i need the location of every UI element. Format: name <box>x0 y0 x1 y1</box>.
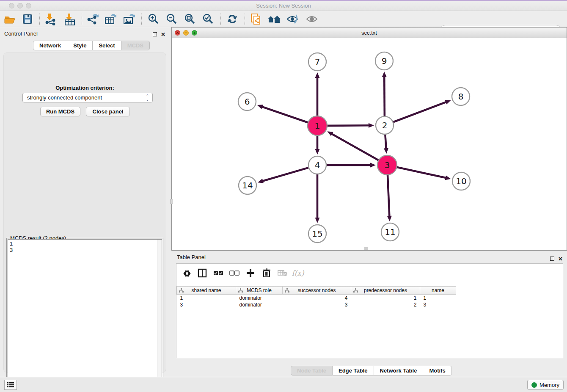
tab-select[interactable]: Select <box>93 41 121 50</box>
cell-mcds-role[interactable]: dominator <box>236 301 283 308</box>
edge-arrowhead <box>315 72 320 78</box>
tab-style[interactable]: Style <box>67 41 93 50</box>
apply-layout-icon[interactable] <box>225 13 239 25</box>
result-scrollbar[interactable] <box>157 240 162 392</box>
column-type-icon <box>238 288 243 294</box>
table-row[interactable]: 3 dominator 3 2 3 <box>177 301 456 308</box>
edge-arrowhead <box>387 216 392 221</box>
table-header-row: shared name MCDS role successor nodes pr… <box>177 287 456 295</box>
close-panel-button[interactable]: Close panel <box>86 107 130 116</box>
column-header-shared-name[interactable]: shared name <box>177 287 236 295</box>
show-all-icon[interactable] <box>305 13 319 25</box>
edge-1-2[interactable] <box>328 125 369 126</box>
edge-2-8[interactable] <box>394 102 447 122</box>
zoom-out-icon[interactable] <box>165 13 179 25</box>
float-panel-icon[interactable] <box>153 30 157 38</box>
close-panel-icon[interactable]: ✕ <box>161 30 165 38</box>
hide-selected-icon[interactable] <box>285 13 300 25</box>
edge-1-6[interactable] <box>261 107 308 123</box>
delete-table-icon <box>277 268 288 279</box>
column-header-mcds-role[interactable]: MCDS role <box>236 287 283 295</box>
import-network-icon[interactable] <box>43 13 58 25</box>
table-settings-icon[interactable] <box>182 268 193 279</box>
edge-3-1[interactable] <box>331 134 378 160</box>
memory-label: Memory <box>539 382 559 388</box>
edge-arrowhead <box>384 148 388 154</box>
add-column-icon[interactable] <box>245 268 256 279</box>
cell-predecessor-nodes[interactable]: 2 <box>351 301 420 308</box>
delete-column-icon[interactable] <box>261 268 272 279</box>
import-table-icon[interactable] <box>63 13 77 25</box>
column-header-predecessor-nodes[interactable]: predecessor nodes <box>351 287 420 295</box>
graph-node-label: 9 <box>382 56 387 66</box>
column-header-name[interactable]: name <box>420 287 456 295</box>
cell-predecessor-nodes[interactable]: 1 <box>351 295 420 301</box>
optimization-criterion-value: strongly connected component <box>27 94 102 101</box>
close-table-panel-icon[interactable]: ✕ <box>558 255 563 262</box>
main-toolbar <box>0 11 567 27</box>
select-all-rows-icon[interactable] <box>213 268 224 279</box>
graph-node-label: 3 <box>385 160 390 170</box>
export-image-icon[interactable] <box>122 13 136 25</box>
toolbar-separator <box>245 14 245 25</box>
tab-motifs[interactable]: Motifs <box>423 366 451 375</box>
toolbar-separator <box>39 14 40 25</box>
task-history-button[interactable] <box>4 380 17 390</box>
graph-node-label: 15 <box>312 229 322 239</box>
column-type-icon <box>353 288 358 294</box>
network-window-title: scc.txt <box>172 30 567 36</box>
status-bar: Memory <box>0 377 567 392</box>
edge-2-9[interactable] <box>384 76 385 116</box>
tab-node-table[interactable]: Node Table <box>291 366 333 375</box>
tab-network[interactable]: Network <box>33 41 67 50</box>
optimization-criterion-label: Optimization criterion: <box>4 85 166 91</box>
export-network-icon[interactable] <box>85 13 100 25</box>
zoom-in-icon[interactable] <box>146 13 161 25</box>
table-panel-title: Table Panel <box>177 254 206 260</box>
open-file-icon[interactable] <box>3 13 17 25</box>
cell-name[interactable]: 3 <box>420 301 456 308</box>
run-mcds-button[interactable]: Run MCDS <box>40 107 80 116</box>
cell-mcds-role[interactable]: dominator <box>236 295 283 301</box>
save-session-icon[interactable] <box>20 13 35 25</box>
copy-network-icon[interactable] <box>249 13 263 25</box>
tab-mcds[interactable]: MCDS <box>121 41 150 50</box>
first-neighbors-icon[interactable] <box>267 13 281 25</box>
table-panel-tabs: Node TableEdge TableNetwork TableMotifs <box>291 366 452 375</box>
cell-shared-name[interactable]: 3 <box>177 301 236 308</box>
memory-button[interactable]: Memory <box>527 380 564 390</box>
column-header-successor-nodes[interactable]: successor nodes <box>283 287 351 295</box>
deselect-all-rows-icon[interactable] <box>229 268 240 279</box>
edge-3-11[interactable] <box>388 175 389 217</box>
graph-node-label: 6 <box>245 97 250 107</box>
app-titlebar: Session: New Session <box>0 0 567 11</box>
cell-successor-nodes[interactable]: 3 <box>283 301 351 308</box>
zoom-fit-icon[interactable] <box>183 13 197 25</box>
tab-network-table[interactable]: Network Table <box>374 366 424 375</box>
export-table-icon[interactable] <box>103 13 118 25</box>
mcds-panel: Optimization criterion: strongly connect… <box>3 52 166 373</box>
cell-shared-name[interactable]: 1 <box>177 295 236 301</box>
zoom-selected-icon[interactable] <box>201 13 215 25</box>
network-view-window: ✕ − ＋ scc.txt 7968124314101511 <box>171 27 567 251</box>
edge-arrowhead <box>370 163 376 168</box>
mcds-result-text[interactable]: 1 3 <box>8 239 162 392</box>
network-graph[interactable]: 7968124314101511 <box>172 38 567 250</box>
network-window-titlebar[interactable]: ✕ − ＋ scc.txt <box>172 28 567 38</box>
graph-node-label: 11 <box>385 227 395 237</box>
edge-4-14[interactable] <box>262 168 308 181</box>
cell-successor-nodes[interactable]: 4 <box>283 295 351 301</box>
panel-splitter-handle[interactable] <box>170 199 173 204</box>
float-table-panel-icon[interactable] <box>550 255 554 262</box>
column-visibility-icon[interactable] <box>197 268 208 279</box>
list-icon <box>7 382 14 388</box>
edge-3-10[interactable] <box>397 167 446 178</box>
cell-name[interactable]: 1 <box>420 295 456 301</box>
table-row[interactable]: 1 dominator 4 1 1 <box>177 295 456 301</box>
tab-edge-table[interactable]: Edge Table <box>333 366 374 375</box>
optimization-criterion-select[interactable]: strongly connected component ⌃⌄ <box>22 93 153 102</box>
table-panel-content: f(x) shared name MCDS role successor nod… <box>176 263 563 358</box>
network-canvas[interactable]: 7968124314101511 <box>172 38 567 250</box>
edge-2-3[interactable] <box>385 135 386 149</box>
network-hscroll-thumb[interactable] <box>364 247 368 250</box>
